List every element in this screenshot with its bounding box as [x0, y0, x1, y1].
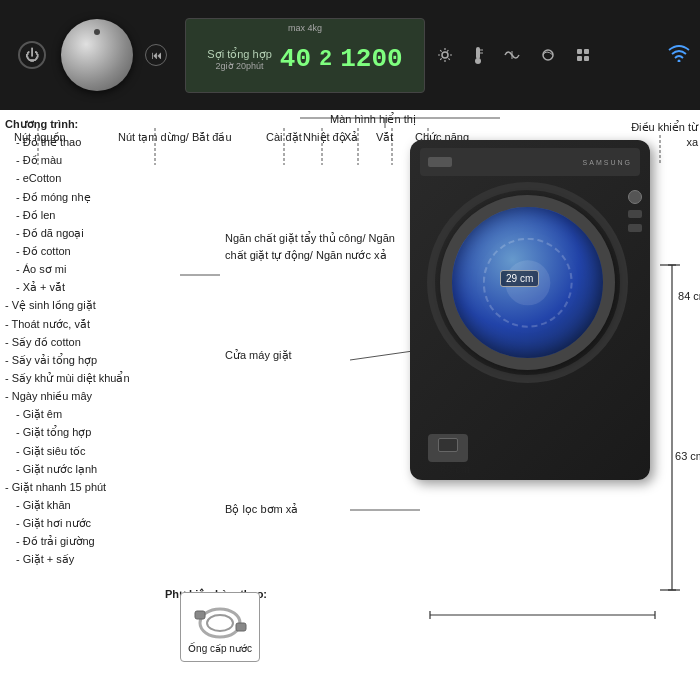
program-item-16: - Giặt êm [5, 405, 130, 423]
machine-top-panel: SAMSUNG [420, 148, 640, 176]
program-item-11: - Thoát nước, vắt [5, 315, 130, 333]
door-size-label: 29 cm [500, 270, 539, 287]
spin-label: Xả [344, 130, 358, 145]
machine-side-controls [628, 190, 642, 232]
settings-label: Cài đặt [266, 130, 302, 145]
svg-rect-38 [236, 623, 246, 631]
labels-area: Màn hình hiển thị Nút nguồn Nút tạm dừng… [0, 110, 700, 692]
svg-point-36 [207, 615, 233, 631]
program-item-4: - Đồ móng nhẹ [5, 188, 130, 206]
dim-depth-label: 63 cm [675, 450, 700, 462]
display-temp: 40 [280, 44, 311, 74]
program-item-24: - Giặt + sấy [5, 550, 130, 568]
program-item-12: - Sấy đồ cotton [5, 333, 130, 351]
program-title: Chương trình: [5, 115, 130, 133]
program-item-22: - Giặt hơi nước [5, 514, 130, 532]
svg-rect-9 [584, 56, 589, 61]
svg-point-10 [678, 60, 681, 63]
display-subtitle: 2giờ 20phút [216, 61, 264, 71]
display-max-label: max 4kg [288, 23, 322, 33]
svg-rect-37 [195, 611, 205, 619]
display-program: Sợi tổng hợp [207, 47, 271, 61]
wifi-icon [668, 44, 690, 66]
extra-icon[interactable] [575, 47, 591, 63]
program-item-3: - eCotton [5, 169, 130, 187]
settings-icon[interactable] [437, 47, 453, 63]
hose-icon [193, 601, 248, 641]
display-level: 2 [319, 47, 332, 72]
program-item-7: - Đồ cotton [5, 242, 130, 260]
program-item-14: - Sấy khử mùi diệt khuẩn [5, 369, 130, 387]
svg-point-0 [442, 52, 448, 58]
display-spin: 1200 [340, 44, 402, 74]
pump-label: Bộ lọc bơm xả [225, 502, 298, 517]
washing-machine: SAMSUNG 29 cm 84 cm 6 [380, 130, 680, 550]
temp-icon[interactable] [471, 45, 485, 65]
program-item-8: - Áo sơ mi [5, 260, 130, 278]
svg-rect-7 [584, 49, 589, 54]
svg-rect-1 [476, 47, 480, 59]
control-panel: ⏻ ⏮ max 4kg Sợi tổng hợp 2giờ 20phút 40 … [0, 0, 700, 110]
machine-pump [428, 434, 468, 462]
svg-point-2 [475, 58, 481, 64]
program-item-19: - Giặt nước lạnh [5, 460, 130, 478]
program-item-1: - Đồ thể thao [5, 133, 130, 151]
dim-width-label: 60 cm [440, 463, 470, 475]
program-item-23: - Đồ trải giường [5, 532, 130, 550]
detergent-label: Ngăn chất giặt tẩy thủ công/ Ngăn chất g… [225, 230, 405, 263]
program-item-13: - Sấy vải tổng hợp [5, 351, 130, 369]
dim-height-label: 84 cm [678, 290, 700, 302]
svg-rect-8 [577, 56, 582, 61]
rinse-icon[interactable] [503, 47, 521, 63]
program-item-9: - Xả + vắt [5, 278, 130, 296]
pause-label: Nút tạm dừng/ Bắt đầu [118, 130, 232, 145]
temp-label: Nhiệt độ [303, 130, 346, 145]
hose-label: Ống cấp nước [188, 643, 252, 654]
display-screen: max 4kg Sợi tổng hợp 2giờ 20phút 40 2 12… [185, 18, 425, 93]
program-item-2: - Đồ màu [5, 151, 130, 169]
display-label: Màn hình hiển thị [330, 112, 416, 127]
accessory-box: Ống cấp nước [180, 592, 260, 662]
panel-icons [437, 45, 591, 65]
door-label: Cửa máy giặt [225, 348, 292, 363]
programs-list: Chương trình: - Đồ thể thao - Đồ màu - e… [5, 115, 130, 569]
program-knob[interactable] [61, 19, 133, 91]
pause-button[interactable]: ⏮ [145, 44, 167, 66]
svg-rect-6 [577, 49, 582, 54]
program-item-17: - Giặt tổng hợp [5, 423, 130, 441]
program-item-20: - Giặt nhanh 15 phút [5, 478, 130, 496]
program-item-6: - Đồ dã ngoại [5, 224, 130, 242]
machine-body: SAMSUNG 29 cm [410, 140, 650, 480]
program-item-15: - Ngày nhiều mây [5, 387, 130, 405]
program-item-21: - Giặt khăn [5, 496, 130, 514]
power-button[interactable]: ⏻ [18, 41, 46, 69]
program-item-5: - Đồ len [5, 206, 130, 224]
program-item-10: - Vệ sinh lồng giặt [5, 296, 130, 314]
svg-point-5 [543, 50, 553, 60]
program-item-18: - Giặt siêu tốc [5, 442, 130, 460]
spin-icon[interactable] [539, 47, 557, 63]
